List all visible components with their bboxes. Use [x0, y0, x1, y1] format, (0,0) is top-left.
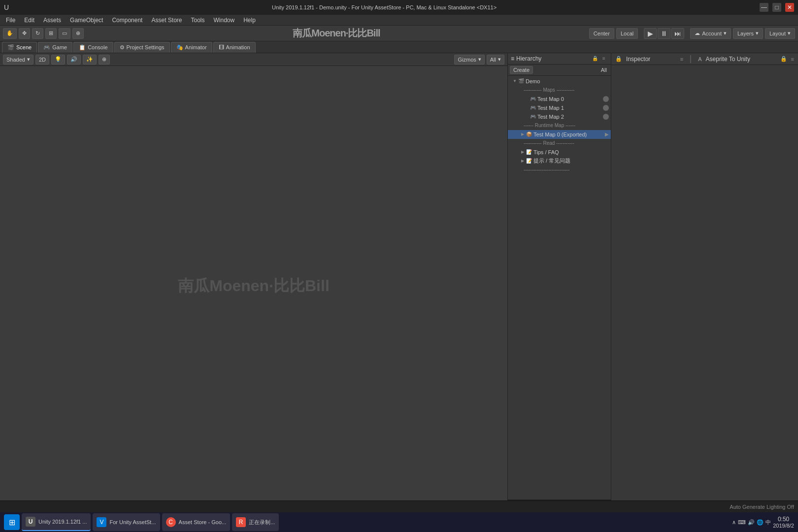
- taskbar-app-vs[interactable]: V For Unity AssetSt...: [93, 513, 160, 531]
- demo-scene-icon: 🎬: [518, 78, 525, 85]
- scene-toolbar: Shaded ▾ 2D 💡 🔊 ✨ ⊕ Gizmos ▾ All ▾: [0, 53, 507, 66]
- all-dropdown[interactable]: All ▾: [487, 55, 504, 65]
- menu-assets[interactable]: Assets: [39, 16, 65, 25]
- scale-tool-button[interactable]: ⊞: [45, 28, 57, 39]
- testmap2-badge: [603, 114, 609, 120]
- minimize-button[interactable]: —: [760, 3, 768, 12]
- aseprite-menu-icon: ≡: [791, 56, 794, 62]
- hierarchy-all-label[interactable]: All: [599, 66, 609, 74]
- rect-tool-button[interactable]: ▭: [59, 28, 70, 39]
- gizmos-dropdown[interactable]: Gizmos ▾: [454, 55, 484, 65]
- hierarchy-item-tips[interactable]: ▶ 📝 Tips / FAQ: [508, 148, 611, 157]
- content-area: Shaded ▾ 2D 💡 🔊 ✨ ⊕ Gizmos ▾ All ▾: [0, 53, 798, 500]
- menu-edit[interactable]: Edit: [20, 16, 38, 25]
- menu-window[interactable]: Window: [210, 16, 239, 25]
- taskbar-app-unity[interactable]: U Unity 2019.1.12f1 ...: [22, 513, 91, 531]
- hierarchy-toolbar: Create All: [508, 65, 611, 76]
- account-dropdown[interactable]: ☁ Account ▾: [690, 28, 731, 39]
- scene-view: Shaded ▾ 2D 💡 🔊 ✨ ⊕ Gizmos ▾ All ▾: [0, 53, 507, 500]
- scene-tab-icon: 🎬: [7, 44, 14, 51]
- testmap2-icon: 🎮: [530, 113, 536, 120]
- animation-tab-icon: 🎞: [219, 44, 224, 50]
- inspector-lock-icon: 🔒: [615, 56, 622, 62]
- maximize-button[interactable]: □: [772, 3, 781, 12]
- hierarchy-item-tips-cn[interactable]: ▶ 📝 提示 / 常见问题: [508, 157, 611, 166]
- watermark-text: 南瓜Moenen·比比Bill: [293, 27, 380, 40]
- tab-project-settings[interactable]: ⚙ Project Settings: [114, 42, 170, 53]
- hierarchy-separator-read: ----------- Read -----------: [508, 139, 611, 148]
- layer-view-toggle[interactable]: ⊕: [99, 55, 110, 65]
- layers-chevron-icon: ▾: [756, 30, 759, 36]
- windows-logo-icon: ⊞: [9, 518, 15, 527]
- menu-gameobject[interactable]: GameObject: [66, 16, 107, 25]
- step-button[interactable]: ⏭: [671, 28, 684, 39]
- menu-assetstore[interactable]: Asset Store: [147, 16, 186, 25]
- status-bar: Auto Generate Lighting Off: [0, 500, 798, 512]
- taskbar-time[interactable]: 0:50 2019/8/2: [773, 516, 794, 529]
- menu-tools[interactable]: Tools: [187, 16, 208, 25]
- close-button[interactable]: ✕: [785, 3, 794, 12]
- window-title: Unity 2019.1.12f1 - Demo.unity - For Uni…: [272, 4, 497, 10]
- hierarchy-item-testmap0-exported[interactable]: ▶ 📦 Test Map 0 (Exported) ▶: [508, 130, 611, 139]
- pause-button[interactable]: ⏸: [658, 28, 670, 39]
- 2d-toggle[interactable]: 2D: [35, 55, 49, 65]
- testmap1-icon: 🎮: [530, 104, 536, 111]
- cloud-icon: ☁: [695, 30, 700, 36]
- local-button[interactable]: Local: [616, 28, 638, 39]
- hierarchy-title: Hierarchy: [516, 55, 589, 62]
- hand-tool-button[interactable]: ✋: [3, 28, 17, 39]
- exported-icon: 📦: [526, 131, 532, 138]
- taskbar-app-chrome[interactable]: C Asset Store - Goo...: [162, 513, 231, 531]
- effects-toggle[interactable]: ✨: [83, 55, 97, 65]
- tips-icon: 📝: [526, 149, 532, 156]
- hierarchy-content[interactable]: ▼ 🎬 Demo ----------- Maps ----------- 🎮 …: [508, 76, 611, 499]
- tab-animation[interactable]: 🎞 Animation: [213, 42, 256, 53]
- tab-scene[interactable]: 🎬 Scene: [2, 42, 37, 53]
- unity-app-label: Unity 2019.1.12f1 ...: [38, 519, 87, 525]
- gizmos-chevron-icon: ▾: [478, 56, 481, 63]
- layout-dropdown[interactable]: Layout ▾: [765, 28, 795, 39]
- inspector-header: 🔒 Inspector ≡ A Aseprite To Unity 🔒 ≡: [611, 53, 798, 65]
- unity-app-icon: U: [26, 517, 35, 527]
- aseprite-icon: A: [698, 56, 701, 62]
- hierarchy-item-testmap0[interactable]: 🎮 Test Map 0: [508, 95, 611, 103]
- menu-file[interactable]: File: [2, 16, 19, 25]
- menu-component[interactable]: Component: [108, 16, 146, 25]
- move-tool-button[interactable]: ✥: [19, 28, 30, 39]
- taskbar-app-recorder[interactable]: R 正在录制...: [232, 513, 279, 531]
- taskbar-start-button[interactable]: ⊞: [4, 514, 20, 530]
- transform-tool-button[interactable]: ⊕: [72, 28, 84, 39]
- hierarchy-item-testmap2[interactable]: 🎮 Test Map 2: [508, 112, 611, 121]
- hierarchy-item-testmap1[interactable]: 🎮 Test Map 1: [508, 103, 611, 112]
- tab-animator[interactable]: 🎭 Animator: [171, 42, 212, 53]
- hierarchy-separator-maps: ----------- Maps -----------: [508, 86, 611, 95]
- tab-game[interactable]: 🎮 Game: [38, 42, 72, 53]
- title-bar-controls: — □ ✕: [760, 3, 794, 12]
- scene-content: 南瓜Moenen·比比Bill: [0, 66, 507, 500]
- settings-tab-icon: ⚙: [120, 44, 125, 51]
- tab-bar: 🎬 Scene 🎮 Game 📋 Console ⚙ Project Setti…: [0, 41, 798, 53]
- tray-language-icon: 中: [765, 519, 771, 526]
- lighting-toggle[interactable]: 💡: [51, 55, 65, 65]
- title-bar-left: U: [4, 3, 9, 11]
- tray-arrow-icon[interactable]: ∧: [732, 519, 736, 526]
- tab-console[interactable]: 📋 Console: [73, 42, 113, 53]
- hierarchy-menu-button[interactable]: ≡: [600, 55, 608, 63]
- title-bar: U Unity 2019.1.12f1 - Demo.unity - For U…: [0, 0, 798, 15]
- rotate-tool-button[interactable]: ↻: [32, 28, 43, 39]
- hierarchy-create-button[interactable]: Create: [510, 66, 533, 74]
- layers-dropdown[interactable]: Layers ▾: [733, 28, 763, 39]
- menu-help[interactable]: Help: [239, 16, 260, 25]
- hierarchy-lock-button[interactable]: 🔒: [591, 55, 599, 63]
- aseprite-lock-icon: 🔒: [780, 56, 787, 62]
- hierarchy-panel: ≡ Hierarchy 🔒 ≡ Create All ▼ 🎬 Demo: [507, 53, 611, 500]
- play-button[interactable]: ▶: [644, 28, 657, 39]
- hierarchy-item-demo[interactable]: ▼ 🎬 Demo: [508, 77, 611, 86]
- center-button[interactable]: Center: [589, 28, 614, 39]
- tray-network-icon[interactable]: 🌐: [757, 519, 764, 526]
- audio-toggle[interactable]: 🔊: [67, 55, 81, 65]
- tray-keyboard-icon: ⌨: [738, 519, 746, 526]
- shaded-dropdown[interactable]: Shaded ▾: [3, 55, 33, 65]
- tray-volume-icon[interactable]: 🔊: [748, 519, 755, 526]
- tips-cn-arrow-icon: ▶: [520, 158, 526, 164]
